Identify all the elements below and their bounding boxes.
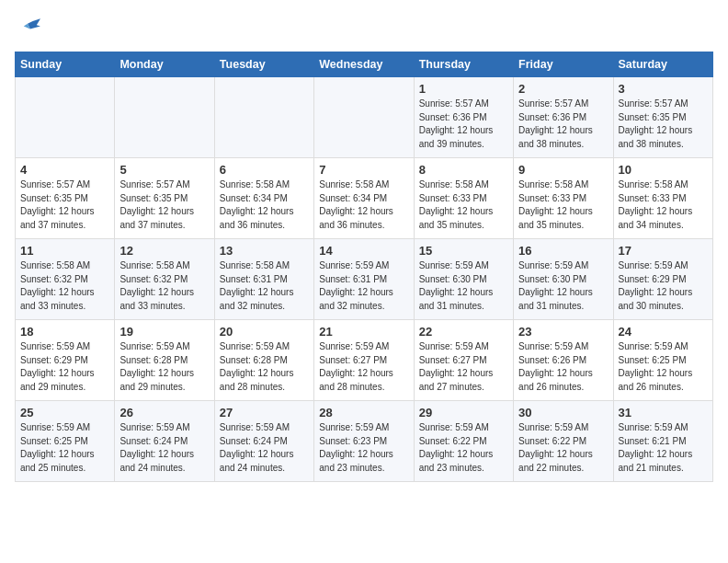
day-number: 15 bbox=[419, 244, 508, 258]
day-info: Sunrise: 5:59 AM Sunset: 6:27 PM Dayligh… bbox=[319, 340, 408, 394]
calendar-cell: 11Sunrise: 5:58 AM Sunset: 6:32 PM Dayli… bbox=[16, 239, 115, 320]
calendar-cell: 27Sunrise: 5:59 AM Sunset: 6:24 PM Dayli… bbox=[214, 401, 313, 482]
day-info: Sunrise: 5:57 AM Sunset: 6:35 PM Dayligh… bbox=[20, 178, 109, 232]
calendar-cell bbox=[214, 77, 313, 158]
calendar-cell bbox=[115, 77, 214, 158]
day-number: 25 bbox=[20, 406, 109, 419]
weekday-header-cell: Tuesday bbox=[214, 52, 313, 77]
calendar-cell: 20Sunrise: 5:59 AM Sunset: 6:28 PM Dayli… bbox=[214, 320, 313, 401]
day-number: 17 bbox=[619, 244, 708, 258]
day-info: Sunrise: 5:59 AM Sunset: 6:22 PM Dayligh… bbox=[419, 421, 508, 475]
day-info: Sunrise: 5:59 AM Sunset: 6:27 PM Dayligh… bbox=[419, 340, 508, 394]
calendar-table: SundayMondayTuesdayWednesdayThursdayFrid… bbox=[15, 52, 713, 482]
day-info: Sunrise: 5:58 AM Sunset: 6:33 PM Dayligh… bbox=[518, 178, 608, 232]
day-info: Sunrise: 5:59 AM Sunset: 6:30 PM Dayligh… bbox=[419, 259, 508, 313]
day-info: Sunrise: 5:59 AM Sunset: 6:26 PM Dayligh… bbox=[518, 340, 608, 394]
day-number: 30 bbox=[518, 406, 608, 419]
calendar-cell: 2Sunrise: 5:57 AM Sunset: 6:36 PM Daylig… bbox=[514, 77, 613, 158]
calendar-cell: 5Sunrise: 5:57 AM Sunset: 6:35 PM Daylig… bbox=[115, 158, 214, 239]
calendar-cell: 4Sunrise: 5:57 AM Sunset: 6:35 PM Daylig… bbox=[16, 158, 115, 239]
logo-bird-icon bbox=[15, 15, 40, 40]
calendar-cell bbox=[16, 77, 115, 158]
day-number: 20 bbox=[220, 325, 309, 339]
day-number: 12 bbox=[119, 244, 209, 258]
day-number: 13 bbox=[220, 244, 309, 258]
day-number: 28 bbox=[319, 406, 408, 419]
weekday-header-cell: Monday bbox=[115, 52, 214, 77]
calendar-body: 1Sunrise: 5:57 AM Sunset: 6:36 PM Daylig… bbox=[16, 77, 713, 482]
day-number: 6 bbox=[220, 163, 309, 177]
day-info: Sunrise: 5:57 AM Sunset: 6:35 PM Dayligh… bbox=[119, 178, 209, 232]
weekday-header-cell: Thursday bbox=[414, 52, 513, 77]
day-info: Sunrise: 5:58 AM Sunset: 6:32 PM Dayligh… bbox=[20, 259, 109, 313]
calendar-cell: 24Sunrise: 5:59 AM Sunset: 6:25 PM Dayli… bbox=[613, 320, 712, 401]
day-number: 23 bbox=[518, 325, 608, 339]
calendar-cell: 18Sunrise: 5:59 AM Sunset: 6:29 PM Dayli… bbox=[16, 320, 115, 401]
day-info: Sunrise: 5:59 AM Sunset: 6:21 PM Dayligh… bbox=[619, 421, 708, 475]
day-number: 1 bbox=[419, 82, 508, 96]
day-info: Sunrise: 5:59 AM Sunset: 6:25 PM Dayligh… bbox=[619, 340, 708, 394]
day-info: Sunrise: 5:59 AM Sunset: 6:28 PM Dayligh… bbox=[119, 340, 209, 394]
calendar-cell: 10Sunrise: 5:58 AM Sunset: 6:33 PM Dayli… bbox=[613, 158, 712, 239]
calendar-cell: 25Sunrise: 5:59 AM Sunset: 6:25 PM Dayli… bbox=[16, 401, 115, 482]
calendar-cell: 16Sunrise: 5:59 AM Sunset: 6:30 PM Dayli… bbox=[514, 239, 613, 320]
day-info: Sunrise: 5:58 AM Sunset: 6:33 PM Dayligh… bbox=[619, 178, 708, 232]
calendar-cell: 12Sunrise: 5:58 AM Sunset: 6:32 PM Dayli… bbox=[115, 239, 214, 320]
day-number: 2 bbox=[518, 82, 608, 96]
day-info: Sunrise: 5:58 AM Sunset: 6:33 PM Dayligh… bbox=[419, 178, 508, 232]
weekday-header-cell: Sunday bbox=[16, 52, 115, 77]
day-info: Sunrise: 5:58 AM Sunset: 6:31 PM Dayligh… bbox=[220, 259, 309, 313]
day-number: 26 bbox=[119, 406, 209, 419]
day-number: 19 bbox=[119, 325, 209, 339]
day-number: 10 bbox=[619, 163, 708, 177]
day-number: 9 bbox=[518, 163, 608, 177]
calendar-cell: 14Sunrise: 5:59 AM Sunset: 6:31 PM Dayli… bbox=[314, 239, 414, 320]
calendar-cell: 7Sunrise: 5:58 AM Sunset: 6:34 PM Daylig… bbox=[314, 158, 414, 239]
day-number: 16 bbox=[518, 244, 608, 258]
day-info: Sunrise: 5:57 AM Sunset: 6:35 PM Dayligh… bbox=[619, 98, 708, 151]
day-number: 14 bbox=[319, 244, 408, 258]
day-number: 29 bbox=[419, 406, 508, 419]
day-info: Sunrise: 5:59 AM Sunset: 6:29 PM Dayligh… bbox=[20, 340, 109, 394]
day-number: 22 bbox=[419, 325, 508, 339]
calendar-cell: 30Sunrise: 5:59 AM Sunset: 6:22 PM Dayli… bbox=[514, 401, 613, 482]
calendar-cell: 9Sunrise: 5:58 AM Sunset: 6:33 PM Daylig… bbox=[514, 158, 613, 239]
calendar-week-row: 11Sunrise: 5:58 AM Sunset: 6:32 PM Dayli… bbox=[16, 239, 713, 320]
calendar-cell: 22Sunrise: 5:59 AM Sunset: 6:27 PM Dayli… bbox=[414, 320, 513, 401]
calendar-cell bbox=[314, 77, 414, 158]
page-header bbox=[15, 15, 713, 40]
calendar-week-row: 25Sunrise: 5:59 AM Sunset: 6:25 PM Dayli… bbox=[16, 401, 713, 482]
day-number: 3 bbox=[619, 82, 708, 96]
calendar-cell: 26Sunrise: 5:59 AM Sunset: 6:24 PM Dayli… bbox=[115, 401, 214, 482]
calendar-cell: 19Sunrise: 5:59 AM Sunset: 6:28 PM Dayli… bbox=[115, 320, 214, 401]
calendar-cell: 21Sunrise: 5:59 AM Sunset: 6:27 PM Dayli… bbox=[314, 320, 414, 401]
calendar-cell: 6Sunrise: 5:58 AM Sunset: 6:34 PM Daylig… bbox=[214, 158, 313, 239]
calendar-cell: 31Sunrise: 5:59 AM Sunset: 6:21 PM Dayli… bbox=[613, 401, 712, 482]
calendar-cell: 28Sunrise: 5:59 AM Sunset: 6:23 PM Dayli… bbox=[314, 401, 414, 482]
day-number: 31 bbox=[619, 406, 708, 419]
calendar-week-row: 18Sunrise: 5:59 AM Sunset: 6:29 PM Dayli… bbox=[16, 320, 713, 401]
day-info: Sunrise: 5:59 AM Sunset: 6:30 PM Dayligh… bbox=[518, 259, 608, 313]
svg-marker-0 bbox=[28, 18, 40, 29]
calendar-cell: 29Sunrise: 5:59 AM Sunset: 6:22 PM Dayli… bbox=[414, 401, 513, 482]
calendar-cell: 1Sunrise: 5:57 AM Sunset: 6:36 PM Daylig… bbox=[414, 77, 513, 158]
day-info: Sunrise: 5:58 AM Sunset: 6:32 PM Dayligh… bbox=[119, 259, 209, 313]
day-number: 27 bbox=[220, 406, 309, 419]
calendar-week-row: 1Sunrise: 5:57 AM Sunset: 6:36 PM Daylig… bbox=[16, 77, 713, 158]
logo bbox=[15, 15, 44, 40]
weekday-header-cell: Wednesday bbox=[314, 52, 414, 77]
day-info: Sunrise: 5:59 AM Sunset: 6:28 PM Dayligh… bbox=[220, 340, 309, 394]
day-number: 4 bbox=[20, 163, 109, 177]
calendar-cell: 17Sunrise: 5:59 AM Sunset: 6:29 PM Dayli… bbox=[613, 239, 712, 320]
day-info: Sunrise: 5:59 AM Sunset: 6:31 PM Dayligh… bbox=[319, 259, 408, 313]
day-info: Sunrise: 5:59 AM Sunset: 6:25 PM Dayligh… bbox=[20, 421, 109, 475]
day-info: Sunrise: 5:58 AM Sunset: 6:34 PM Dayligh… bbox=[319, 178, 408, 232]
calendar-cell: 23Sunrise: 5:59 AM Sunset: 6:26 PM Dayli… bbox=[514, 320, 613, 401]
calendar-cell: 8Sunrise: 5:58 AM Sunset: 6:33 PM Daylig… bbox=[414, 158, 513, 239]
day-number: 11 bbox=[20, 244, 109, 258]
calendar-cell: 15Sunrise: 5:59 AM Sunset: 6:30 PM Dayli… bbox=[414, 239, 513, 320]
day-info: Sunrise: 5:59 AM Sunset: 6:22 PM Dayligh… bbox=[518, 421, 608, 475]
day-info: Sunrise: 5:57 AM Sunset: 6:36 PM Dayligh… bbox=[518, 98, 608, 151]
day-info: Sunrise: 5:58 AM Sunset: 6:34 PM Dayligh… bbox=[220, 178, 309, 232]
day-info: Sunrise: 5:57 AM Sunset: 6:36 PM Dayligh… bbox=[419, 98, 508, 151]
